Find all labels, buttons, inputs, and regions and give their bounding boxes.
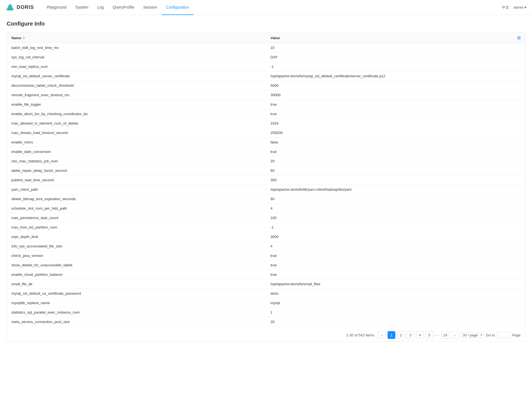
table-row: schedule_slot_num_per_hdd_path4 <box>7 204 525 213</box>
chevron-down-icon: ▾ <box>524 5 526 9</box>
last-page-button[interactable]: 19 <box>441 331 449 339</box>
prev-page-button[interactable]: ‹ <box>378 331 386 339</box>
cell-value: 300 <box>266 175 525 185</box>
cell-value: true <box>266 270 525 279</box>
pagination: 1-30 of 542 items ‹ 1 2 3 4 5 ··· 19 › 1… <box>7 327 525 341</box>
page-1-button[interactable]: 1 <box>388 331 395 339</box>
header: DORIS Playground System Log QueryProfile… <box>0 0 532 15</box>
cell-name: yarn_client_path <box>7 185 266 194</box>
table-row: cbo_max_statistics_job_num20 <box>7 157 525 166</box>
cell-name: small_file_dir <box>7 279 266 289</box>
cell-name: enable_mtmv <box>7 138 266 147</box>
cell-value: true <box>266 109 525 119</box>
cell-name: expr_depth_limit <box>7 232 266 242</box>
value-filter-icon[interactable]: ⊟ <box>517 36 521 40</box>
cell-value: true <box>266 100 525 109</box>
table-row: enable_cloud_partition_balancetrue <box>7 270 525 279</box>
cell-name: delete_bitmap_lock_expiration_seconds <box>7 194 266 204</box>
main-nav: Playground System Log QueryProfile Sessi… <box>42 0 502 15</box>
cell-name: max_persistence_task_count <box>7 213 266 223</box>
table-row: remote_fragment_exec_timeout_ms30000 <box>7 90 525 100</box>
goto-page-label: Page <box>512 333 521 337</box>
cell-value: 100 <box>266 213 525 223</box>
cell-value: -1 <box>266 223 525 232</box>
cell-name: enable_date_conversion <box>7 147 266 157</box>
cell-name: decommission_tablet_check_threshold <box>7 81 266 90</box>
page-3-button[interactable]: 3 <box>407 331 414 339</box>
cell-value: /opt/apache-doris/fe/small_files <box>266 279 525 289</box>
cell-name: statistics_sql_parallel_exec_instance_nu… <box>7 308 266 317</box>
table-row: decommission_tablet_check_threshold5000 <box>7 81 525 90</box>
name-sort-icon[interactable] <box>23 37 25 39</box>
cell-name: schedule_slot_num_per_hdd_path <box>7 204 266 213</box>
cell-value: 4 <box>266 204 525 213</box>
config-table: Name Value ⊟ <box>7 33 525 327</box>
cell-value: /opt/apache-doris/fe/mysql_ssl_default_c… <box>266 71 525 81</box>
table-row: max_stream_load_timeout_second259200 <box>7 128 525 138</box>
cell-value: 20 <box>266 157 525 166</box>
table-row: mysql_ssl_default_server_certificate/opt… <box>7 71 525 81</box>
cell-name: publish_wait_time_second <box>7 175 266 185</box>
cell-name: remote_fragment_exec_timeout_ms <box>7 90 266 100</box>
cell-value: 60 <box>266 166 525 175</box>
cell-value: 259200 <box>266 128 525 138</box>
cell-name: max_hive_list_partition_num <box>7 223 266 232</box>
table-row: enable_date_conversiontrue <box>7 147 525 157</box>
table-row: max_hive_list_partition_num-1 <box>7 223 525 232</box>
goto-input[interactable] <box>497 332 511 338</box>
table-row: enable_mtmvfalse <box>7 138 525 147</box>
nav-configuration[interactable]: Configuration <box>162 0 194 15</box>
cell-value: true <box>266 147 525 157</box>
table-row: meta_service_connection_pool_size20 <box>7 317 525 327</box>
table-row: yarn_client_path/opt/apache-doris/fe/lib… <box>7 185 525 194</box>
cell-name: batch_edit_log_rest_time_ms <box>7 43 266 53</box>
header-right: 中文 admin ▾ <box>502 5 526 10</box>
column-header-value: Value ⊟ <box>266 33 525 43</box>
cell-value: 1024 <box>266 119 525 128</box>
cell-name: min_load_replica_num <box>7 62 266 71</box>
nav-log[interactable]: Log <box>93 0 108 15</box>
cell-value: DAY <box>266 53 525 62</box>
cell-value: /opt/apache-doris/fe/lib/yarn-client/had… <box>266 185 525 194</box>
goto-label: Go to <box>486 333 495 337</box>
table-row: sys_log_roll_intervalDAY <box>7 53 525 62</box>
language-button[interactable]: 中文 <box>502 5 509 10</box>
admin-menu[interactable]: admin ▾ <box>514 5 526 9</box>
cell-value: 3000 <box>266 232 525 242</box>
doris-logo-icon <box>6 3 14 12</box>
table-row: mysqldb_replace_namemysql <box>7 298 525 308</box>
table-row: tablet_repair_delay_factor_second60 <box>7 166 525 175</box>
column-header-name: Name <box>7 33 266 43</box>
page-5-button[interactable]: 5 <box>425 331 433 339</box>
cell-name: meta_service_connection_pool_size <box>7 317 266 327</box>
page-4-button[interactable]: 4 <box>416 331 424 339</box>
nav-session[interactable]: Session <box>139 0 162 15</box>
cell-name: show_details_for_unaccessible_tablet <box>7 260 266 270</box>
cell-name: tablet_repair_delay_factor_second <box>7 166 266 175</box>
cell-value: false <box>266 138 525 147</box>
table-row: enable_abort_txn_by_checking_coordinator… <box>7 109 525 119</box>
cell-name: check_java_version <box>7 251 266 260</box>
logo: DORIS <box>6 3 34 12</box>
pagination-dots: ··· <box>435 333 440 337</box>
next-page-button[interactable]: › <box>451 331 459 339</box>
table-row: publish_wait_time_second300 <box>7 175 525 185</box>
table-row: min_load_replica_num-1 <box>7 62 525 71</box>
page-size-select[interactable]: 10 / page 20 / page 30 / page 50 / page <box>460 332 484 338</box>
nav-queryprofile[interactable]: QueryProfile <box>108 0 139 15</box>
nav-system[interactable]: System <box>71 0 93 15</box>
cell-name: info_sys_accumulated_file_size <box>7 242 266 251</box>
nav-playground[interactable]: Playground <box>42 0 71 15</box>
cell-value: doris <box>266 289 525 298</box>
cell-name: sys_log_roll_interval <box>7 53 266 62</box>
cell-name: enable_cloud_partition_balance <box>7 270 266 279</box>
cell-name: mysqldb_replace_name <box>7 298 266 308</box>
table-header: Name Value ⊟ <box>7 33 525 43</box>
cell-name: max_stream_load_timeout_second <box>7 128 266 138</box>
cell-name: enable_file_logger <box>7 100 266 109</box>
table-row: mysql_ssl_default_ca_certificate_passwor… <box>7 289 525 298</box>
table-row: max_allowed_in_element_num_of_delete1024 <box>7 119 525 128</box>
page-2-button[interactable]: 2 <box>397 331 405 339</box>
cell-name: mysql_ssl_default_server_certificate <box>7 71 266 81</box>
table-row: expr_depth_limit3000 <box>7 232 525 242</box>
